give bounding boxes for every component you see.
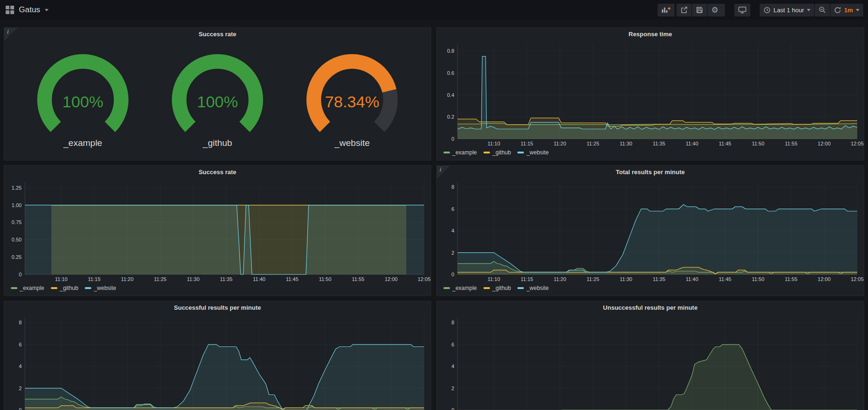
gauge-value: 100% <box>16 93 150 111</box>
panel-response-time: Response time 11:1011:1511:2011:2511:301… <box>436 27 864 161</box>
x-axis-tick-label: 11:15 <box>521 141 533 146</box>
y-axis-tick-label: 0 <box>451 407 454 410</box>
y-axis-tick-label: 0.2 <box>447 114 454 120</box>
x-axis-tick-label: 11:15 <box>88 276 101 282</box>
gauge-github: 100% _github <box>150 52 285 148</box>
x-axis-tick-label: 11:45 <box>719 141 731 146</box>
x-axis-tick-label: 12:00 <box>385 276 398 282</box>
legend-series-dash <box>443 287 450 289</box>
legend-series-name: _example <box>452 149 477 156</box>
settings-button[interactable] <box>707 4 725 16</box>
x-axis-tick-label: 12:05 <box>418 276 431 282</box>
add-panel-button[interactable] <box>658 4 675 16</box>
x-axis-tick-label: 11:45 <box>719 276 731 282</box>
success-rate-plot: 11:1011:1511:2011:2511:3011:3511:4011:45… <box>4 178 431 284</box>
panel-unsuccessful-results: Unsuccessful results per minute 11:1011:… <box>436 301 864 410</box>
x-axis-tick-label: 11:20 <box>554 276 566 282</box>
y-axis-tick-label: 0.4 <box>447 92 454 98</box>
save-button[interactable] <box>692 4 707 16</box>
chart-legend: _example_github_website <box>4 284 431 296</box>
legend-item-example[interactable]: _example <box>11 285 44 291</box>
total-results-chart[interactable]: 11:1011:1511:2011:2511:3011:3511:4011:45… <box>437 178 864 284</box>
series-fill-_website <box>458 205 857 274</box>
clock-icon <box>764 7 771 14</box>
time-range-label: Last 1 hour <box>773 7 804 14</box>
legend-series-dash <box>517 287 524 289</box>
y-axis-tick-label: 8 <box>451 184 454 190</box>
monitor-icon <box>738 6 747 14</box>
legend-item-website[interactable]: _website <box>517 285 548 291</box>
legend-item-github[interactable]: _github <box>483 285 511 291</box>
legend-series-dash <box>11 287 17 289</box>
panel-total-results: Total results per minute 11:1011:1511:20… <box>436 165 864 296</box>
successful-results-chart[interactable]: 11:1011:1511:2011:2511:3011:3511:4011:45… <box>4 314 431 410</box>
y-axis-tick-label: 0 <box>19 407 22 410</box>
x-axis-tick-label: 11:50 <box>752 141 764 146</box>
tv-mode-button[interactable] <box>734 4 750 16</box>
response-time-chart[interactable]: 11:1011:1511:2011:2511:3011:3511:4011:45… <box>437 40 864 148</box>
y-axis-tick-label: 0.75 <box>12 219 22 225</box>
save-icon <box>696 6 703 14</box>
panel-title[interactable]: Total results per minute <box>437 166 864 178</box>
legend-item-github[interactable]: _github <box>51 285 78 291</box>
series-fill-_website <box>562 345 857 410</box>
refresh-button[interactable]: 1m <box>830 4 863 16</box>
x-axis-tick-label: 11:35 <box>653 141 666 146</box>
legend-item-website[interactable]: _website <box>85 285 116 291</box>
x-axis-tick-label: 11:55 <box>352 276 364 282</box>
caret-down-icon <box>856 9 860 11</box>
x-axis-tick-label: 11:10 <box>488 141 500 146</box>
x-axis-tick-label: 12:05 <box>851 276 864 282</box>
dashboard-title[interactable]: Gatus <box>19 5 40 15</box>
panel-title[interactable]: Unsuccessful results per minute <box>437 301 864 314</box>
unsuccessful-results-chart[interactable]: 11:1011:1511:2011:2511:3011:3511:4011:45… <box>437 314 864 410</box>
legend-series-name: _website <box>526 285 548 291</box>
apps-grid-icon[interactable] <box>6 6 14 14</box>
zoom-out-button[interactable] <box>815 4 830 16</box>
y-axis-tick-label: 0 <box>451 272 454 277</box>
dashboard-grid: Success rate 100% _example 100% _github … <box>0 20 868 410</box>
x-axis-tick-label: 11:55 <box>785 276 797 282</box>
caret-down-icon[interactable] <box>45 9 48 11</box>
series-line-_website <box>458 56 857 129</box>
x-axis-tick-label: 11:20 <box>121 276 134 282</box>
refresh-interval-label: 1m <box>844 7 853 14</box>
chart-legend: _example_github_website <box>437 284 864 296</box>
panel-title[interactable]: Response time <box>437 28 864 40</box>
y-axis-tick-label: 2 <box>451 386 454 391</box>
legend-item-website[interactable]: _website <box>517 149 548 156</box>
x-axis-tick-label: 11:55 <box>785 141 797 146</box>
gauges-row: 100% _example 100% _github 78.34% _websi… <box>4 40 431 160</box>
panel-title[interactable]: Success rate <box>4 166 431 178</box>
panel-title[interactable]: Successful results per minute <box>4 301 431 314</box>
legend-series-dash <box>517 152 524 153</box>
legend-series-dash <box>51 287 57 289</box>
x-axis-tick-label: 12:00 <box>818 141 831 146</box>
info-icon[interactable] <box>4 28 17 40</box>
panel-title[interactable]: Success rate <box>4 28 431 40</box>
legend-series-dash <box>483 287 490 289</box>
y-axis-tick-label: 1.00 <box>12 202 22 208</box>
legend-series-name: _example <box>20 285 44 291</box>
legend-series-name: _github <box>492 149 511 156</box>
gauge-value: 78.34% <box>285 93 419 111</box>
response-time-plot: 11:1011:1511:2011:2511:3011:3511:4011:45… <box>437 40 864 148</box>
share-button[interactable] <box>676 4 691 16</box>
panel-successful-results: Successful results per minute 11:1011:15… <box>4 301 431 410</box>
x-axis-tick-label: 11:45 <box>286 276 298 282</box>
series-fill-_website <box>25 345 424 410</box>
time-range-button[interactable]: Last 1 hour <box>760 4 814 16</box>
y-axis-tick-label: 0 <box>19 272 22 277</box>
legend-item-example[interactable]: _example <box>443 149 477 156</box>
legend-item-github[interactable]: _github <box>483 149 511 156</box>
legend-item-example[interactable]: _example <box>443 285 477 291</box>
y-axis-tick-label: 6 <box>451 206 454 212</box>
success-rate-chart[interactable]: 11:1011:1511:2011:2511:3011:3511:4011:45… <box>4 178 431 284</box>
y-axis-tick-label: 6 <box>451 342 454 347</box>
info-icon[interactable] <box>437 166 450 178</box>
y-axis-tick-label: 0.6 <box>447 70 454 76</box>
x-axis-tick-label: 11:35 <box>220 276 233 282</box>
y-axis-tick-label: 6 <box>19 342 22 347</box>
y-axis-tick-label: 0.50 <box>12 237 22 242</box>
y-axis-tick-label: 0.8 <box>447 48 454 54</box>
